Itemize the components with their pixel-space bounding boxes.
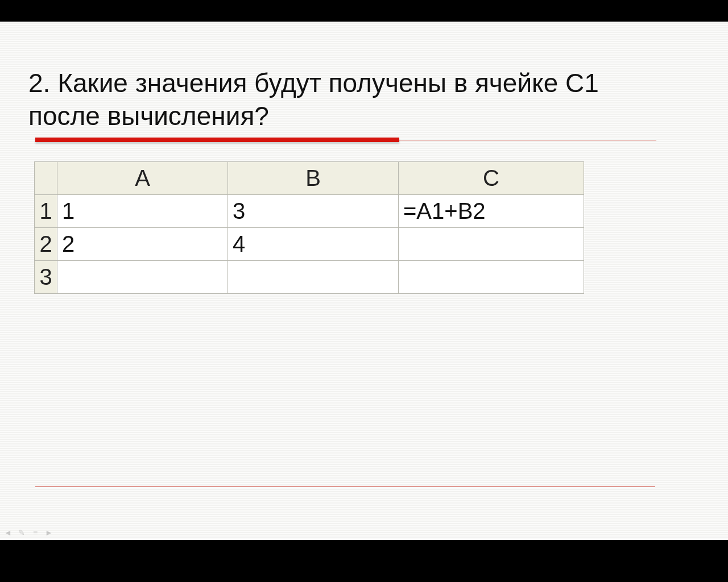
- cell-A3: [57, 261, 228, 294]
- title-underline-thin: [399, 140, 656, 140]
- table-row: 2 2 4: [35, 228, 584, 261]
- footer-divider: [35, 487, 655, 487]
- pen-icon[interactable]: ✎: [17, 529, 26, 537]
- col-header-B: B: [228, 162, 399, 195]
- spreadsheet-table: A B C 1 1 3 =A1+B2 2 2 4 3: [34, 161, 584, 294]
- next-icon[interactable]: ►: [44, 529, 53, 537]
- slide-nav: ◄ ✎ ≡ ►: [3, 529, 53, 537]
- cell-B3: [228, 261, 399, 294]
- title-underline-thick: [35, 138, 399, 142]
- cell-A2: 2: [57, 228, 228, 261]
- cell-B1: 3: [228, 195, 399, 228]
- menu-icon[interactable]: ≡: [31, 529, 40, 537]
- corner-cell: [35, 162, 57, 195]
- table-row: 3: [35, 261, 584, 294]
- question-text: 2. Какие значения будут получены в ячейк…: [28, 67, 654, 132]
- slide: 2. Какие значения будут получены в ячейк…: [0, 22, 728, 540]
- cell-A1: 1: [57, 195, 228, 228]
- row-header-2: 2: [35, 228, 57, 261]
- row-header-3: 3: [35, 261, 57, 294]
- col-header-A: A: [57, 162, 228, 195]
- cell-C2: [399, 228, 584, 261]
- col-header-C: C: [399, 162, 584, 195]
- cell-C1: =A1+B2: [399, 195, 584, 228]
- table-row: 1 1 3 =A1+B2: [35, 195, 584, 228]
- prev-icon[interactable]: ◄: [3, 529, 13, 537]
- header-row: A B C: [35, 162, 584, 195]
- cell-C3: [399, 261, 584, 294]
- row-header-1: 1: [35, 195, 57, 228]
- cell-B2: 4: [228, 228, 399, 261]
